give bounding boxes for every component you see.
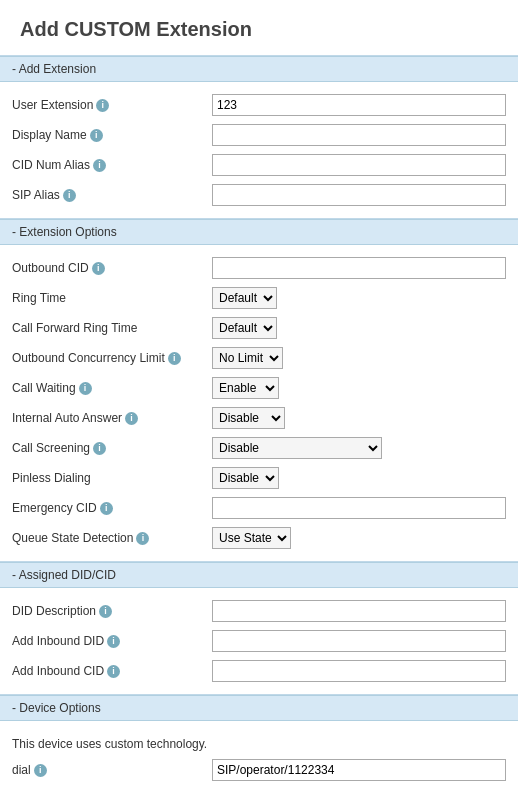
cid-num-alias-input[interactable] [212, 154, 506, 176]
add-extension-section: User Extension i Display Name i CID Num … [0, 82, 518, 218]
display-name-control [212, 124, 506, 146]
outbound-concurrency-limit-control: No Limit 1 2 3 4 5 [212, 347, 506, 369]
page-title: Add CUSTOM Extension [0, 0, 518, 55]
call-screening-label: Call Screening i [12, 441, 212, 455]
add-inbound-cid-row: Add Inbound CID i [0, 656, 518, 686]
outbound-cid-input[interactable] [212, 257, 506, 279]
display-name-input[interactable] [212, 124, 506, 146]
add-inbound-cid-label: Add Inbound CID i [12, 664, 212, 678]
queue-state-detection-select[interactable]: Use State Use Hint Disabled [212, 527, 291, 549]
add-inbound-cid-info-icon[interactable]: i [107, 665, 120, 678]
dial-info-icon[interactable]: i [34, 764, 47, 777]
outbound-cid-info-icon[interactable]: i [92, 262, 105, 275]
call-waiting-row: Call Waiting i Enable Disable [0, 373, 518, 403]
section-add-extension: - Add Extension [0, 56, 518, 82]
ring-time-control: Default 5 10 15 20 25 30 45 60 120 [212, 287, 506, 309]
cid-num-alias-info-icon[interactable]: i [93, 159, 106, 172]
internal-auto-answer-row: Internal Auto Answer i Disable Enable In… [0, 403, 518, 433]
call-waiting-select-wrapper: Enable Disable [212, 377, 279, 399]
pinless-dialing-control: Disable Enable [212, 467, 506, 489]
pinless-dialing-select[interactable]: Disable Enable [212, 467, 279, 489]
queue-state-detection-row: Queue State Detection i Use State Use Hi… [0, 523, 518, 553]
outbound-concurrency-limit-select[interactable]: No Limit 1 2 3 4 5 [212, 347, 283, 369]
user-extension-control [212, 94, 506, 116]
ring-time-label: Ring Time [12, 291, 212, 305]
call-forward-ring-time-control: Default 5 10 15 20 25 30 45 60 120 [212, 317, 506, 339]
dial-label: dial i [12, 763, 212, 777]
outbound-cid-control [212, 257, 506, 279]
call-screening-row: Call Screening i Disable Enable [0, 433, 518, 463]
cid-num-alias-label: CID Num Alias i [12, 158, 212, 172]
call-screening-control: Disable Enable [212, 437, 506, 459]
call-screening-info-icon[interactable]: i [93, 442, 106, 455]
section-device-options: - Device Options [0, 695, 518, 721]
dial-input[interactable] [212, 759, 506, 781]
internal-auto-answer-label: Internal Auto Answer i [12, 411, 212, 425]
pinless-dialing-label: Pinless Dialing [12, 471, 212, 485]
emergency-cid-control [212, 497, 506, 519]
call-forward-ring-time-row: Call Forward Ring Time Default 5 10 15 2… [0, 313, 518, 343]
assigned-did-cid-section: DID Description i Add Inbound DID i Add … [0, 588, 518, 694]
queue-state-detection-control: Use State Use Hint Disabled [212, 527, 506, 549]
outbound-concurrency-limit-row: Outbound Concurrency Limit i No Limit 1 … [0, 343, 518, 373]
call-waiting-control: Enable Disable [212, 377, 506, 399]
sip-alias-input[interactable] [212, 184, 506, 206]
add-inbound-did-row: Add Inbound DID i [0, 626, 518, 656]
emergency-cid-row: Emergency CID i [0, 493, 518, 523]
add-inbound-did-input[interactable] [212, 630, 506, 652]
internal-auto-answer-control: Disable Enable Intercom [212, 407, 506, 429]
call-screening-select-wrapper: Disable Enable [212, 437, 382, 459]
call-waiting-select[interactable]: Enable Disable [212, 377, 279, 399]
page-container: Add CUSTOM Extension - Add Extension Use… [0, 0, 518, 799]
device-text: This device uses custom technology. [0, 729, 518, 755]
did-description-input[interactable] [212, 600, 506, 622]
add-inbound-did-label: Add Inbound DID i [12, 634, 212, 648]
internal-auto-answer-info-icon[interactable]: i [125, 412, 138, 425]
cid-num-alias-control [212, 154, 506, 176]
emergency-cid-label: Emergency CID i [12, 501, 212, 515]
call-forward-ring-time-label: Call Forward Ring Time [12, 321, 212, 335]
add-inbound-cid-control [212, 660, 506, 682]
emergency-cid-info-icon[interactable]: i [100, 502, 113, 515]
outbound-cid-row: Outbound CID i [0, 253, 518, 283]
call-waiting-label: Call Waiting i [12, 381, 212, 395]
queue-state-detection-select-wrapper: Use State Use Hint Disabled [212, 527, 291, 549]
section-extension-options: - Extension Options [0, 219, 518, 245]
user-extension-label: User Extension i [12, 98, 212, 112]
call-waiting-info-icon[interactable]: i [79, 382, 92, 395]
ring-time-select[interactable]: Default 5 10 15 20 25 30 45 60 120 [212, 287, 277, 309]
pinless-dialing-select-wrapper: Disable Enable [212, 467, 279, 489]
sip-alias-info-icon[interactable]: i [63, 189, 76, 202]
user-extension-info-icon[interactable]: i [96, 99, 109, 112]
call-forward-ring-time-select[interactable]: Default 5 10 15 20 25 30 45 60 120 [212, 317, 277, 339]
did-description-label: DID Description i [12, 604, 212, 618]
emergency-cid-input[interactable] [212, 497, 506, 519]
sip-alias-label: SIP Alias i [12, 188, 212, 202]
device-options-section: This device uses custom technology. dial… [0, 721, 518, 793]
display-name-label: Display Name i [12, 128, 212, 142]
internal-auto-answer-select-wrapper: Disable Enable Intercom [212, 407, 285, 429]
queue-state-detection-label: Queue State Detection i [12, 531, 212, 545]
outbound-concurrency-info-icon[interactable]: i [168, 352, 181, 365]
user-extension-row: User Extension i [0, 90, 518, 120]
call-screening-select[interactable]: Disable Enable [212, 437, 382, 459]
outbound-concurrency-select-wrapper: No Limit 1 2 3 4 5 [212, 347, 283, 369]
user-extension-input[interactable] [212, 94, 506, 116]
sip-alias-control [212, 184, 506, 206]
pinless-dialing-row: Pinless Dialing Disable Enable [0, 463, 518, 493]
outbound-cid-label: Outbound CID i [12, 261, 212, 275]
add-inbound-cid-input[interactable] [212, 660, 506, 682]
add-inbound-did-info-icon[interactable]: i [107, 635, 120, 648]
queue-state-detection-info-icon[interactable]: i [136, 532, 149, 545]
add-inbound-did-control [212, 630, 506, 652]
cid-num-alias-row: CID Num Alias i [0, 150, 518, 180]
display-name-info-icon[interactable]: i [90, 129, 103, 142]
internal-auto-answer-select[interactable]: Disable Enable Intercom [212, 407, 285, 429]
dial-control [212, 759, 506, 781]
did-description-info-icon[interactable]: i [99, 605, 112, 618]
did-description-row: DID Description i [0, 596, 518, 626]
section-assigned-did-cid: - Assigned DID/CID [0, 562, 518, 588]
ring-time-row: Ring Time Default 5 10 15 20 25 30 45 60… [0, 283, 518, 313]
display-name-row: Display Name i [0, 120, 518, 150]
extension-options-section: Outbound CID i Ring Time Default 5 10 15… [0, 245, 518, 561]
